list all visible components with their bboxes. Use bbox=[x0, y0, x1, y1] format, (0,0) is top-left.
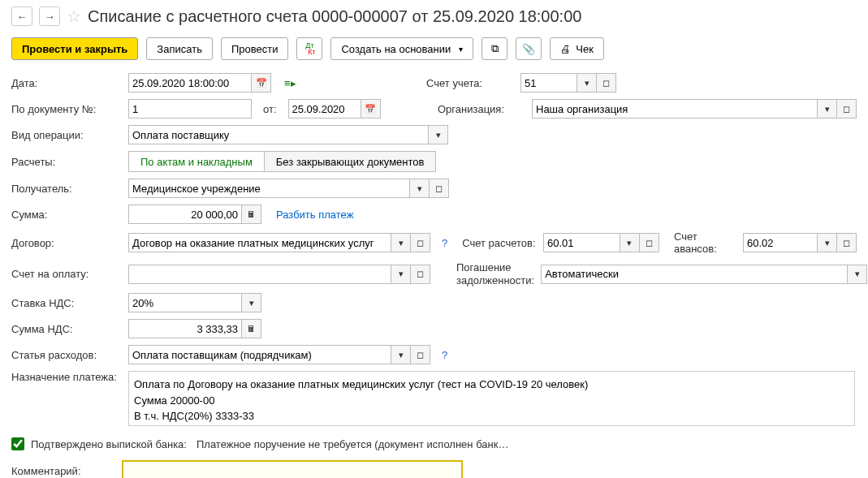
recipient-input[interactable] bbox=[128, 179, 410, 198]
printer-icon: 🖨 bbox=[560, 43, 571, 55]
org-open-button[interactable] bbox=[837, 99, 857, 118]
debt-label: Погашение задолженности: bbox=[456, 261, 534, 286]
vat-rate-input[interactable] bbox=[128, 293, 242, 312]
sum-input[interactable] bbox=[128, 205, 242, 224]
external-icon bbox=[435, 183, 443, 194]
back-button[interactable]: ← bbox=[11, 6, 32, 26]
contract-label: Договор: bbox=[11, 237, 122, 249]
chevron-down-icon bbox=[825, 238, 830, 248]
paperclip-icon: 📎 bbox=[522, 43, 535, 55]
confirmed-text: Платежное поручение не требуется (докуме… bbox=[196, 438, 508, 450]
invoice-dropdown-button[interactable] bbox=[391, 265, 411, 284]
org-input[interactable] bbox=[532, 99, 818, 118]
external-icon bbox=[646, 238, 653, 248]
confirmed-row: Подтверждено выпиской банка: Платежное п… bbox=[11, 437, 857, 450]
form: Дата: ≡▸ Счет учета: По документу №: от: bbox=[11, 73, 857, 426]
recipient-dropdown-button[interactable] bbox=[410, 179, 430, 198]
debt-input[interactable] bbox=[541, 265, 848, 284]
org-label: Организация: bbox=[438, 103, 527, 115]
chevron-down-icon bbox=[399, 350, 404, 360]
split-payment-link[interactable]: Разбить платеж bbox=[276, 209, 353, 221]
account-input[interactable] bbox=[520, 73, 577, 93]
chevron-down-icon bbox=[417, 183, 422, 194]
calendar-icon bbox=[365, 104, 376, 114]
date-label: Дата: bbox=[11, 77, 122, 89]
from-date-input[interactable] bbox=[288, 99, 361, 118]
chevron-down-icon bbox=[627, 238, 632, 248]
confirmed-checkbox[interactable] bbox=[11, 437, 24, 450]
chevron-down-icon bbox=[825, 104, 830, 114]
settlement-acc-dropdown-button[interactable] bbox=[620, 233, 640, 252]
comment-input[interactable] bbox=[122, 460, 463, 478]
docnum-label: По документу №: bbox=[11, 103, 122, 115]
date-calendar-button[interactable] bbox=[252, 73, 271, 93]
contract-help-icon[interactable]: ? bbox=[442, 237, 447, 249]
chevron-down-icon bbox=[585, 78, 589, 88]
date-input[interactable] bbox=[128, 73, 252, 93]
check-button[interactable]: 🖨Чек bbox=[550, 37, 604, 60]
contract-dropdown-button[interactable] bbox=[391, 233, 411, 252]
invoice-input[interactable] bbox=[128, 265, 391, 284]
post-and-close-button[interactable]: Провести и закрыть bbox=[11, 37, 138, 60]
forward-button[interactable]: → bbox=[39, 6, 60, 26]
expense-help-icon[interactable]: ? bbox=[442, 349, 447, 361]
attach-button[interactable]: 📎 bbox=[516, 37, 542, 60]
tab-by-acts[interactable]: По актам и накладным bbox=[128, 151, 264, 172]
from-label: от: bbox=[263, 103, 277, 115]
chevron-down-icon bbox=[436, 130, 441, 140]
settlement-acc-label: Счет расчетов: bbox=[462, 237, 537, 249]
advance-acc-label: Счет авансов: bbox=[674, 230, 732, 255]
comment-row: Комментарий: bbox=[11, 460, 857, 478]
optype-input[interactable] bbox=[128, 125, 429, 144]
create-based-on-button[interactable]: Создать на основании bbox=[330, 37, 473, 60]
date-settings-icon[interactable]: ≡▸ bbox=[284, 77, 296, 89]
comment-label: Комментарий: bbox=[11, 465, 115, 477]
dt-kt-button[interactable]: Дт Кт bbox=[296, 37, 322, 60]
org-dropdown-button[interactable] bbox=[818, 99, 837, 118]
vat-sum-label: Сумма НДС: bbox=[11, 323, 122, 335]
optype-label: Вид операции: bbox=[11, 129, 122, 141]
vat-rate-dropdown-button[interactable] bbox=[242, 293, 261, 312]
vat-rate-label: Ставка НДС: bbox=[11, 297, 122, 309]
tab-no-docs[interactable]: Без закрывающих документов bbox=[264, 151, 437, 172]
contract-input[interactable] bbox=[128, 233, 391, 252]
page-title: Списание с расчетного счета 0000-000007 … bbox=[88, 7, 581, 26]
chevron-down-icon bbox=[399, 269, 404, 279]
structure-button[interactable]: ⧉ bbox=[482, 37, 507, 60]
calc-label: Расчеты: bbox=[11, 156, 122, 168]
expense-open-button[interactable] bbox=[411, 345, 430, 364]
account-open-button[interactable] bbox=[597, 73, 616, 93]
advance-acc-input[interactable] bbox=[743, 233, 818, 252]
debt-dropdown-button[interactable] bbox=[848, 265, 867, 284]
contract-open-button[interactable] bbox=[411, 233, 430, 252]
sum-label: Сумма: bbox=[11, 209, 122, 221]
account-dropdown-button[interactable] bbox=[577, 73, 597, 93]
vat-sum-input[interactable] bbox=[128, 319, 242, 338]
purpose-textarea[interactable] bbox=[128, 371, 855, 426]
calculator-icon bbox=[247, 324, 256, 334]
advance-acc-dropdown-button[interactable] bbox=[818, 233, 837, 252]
external-icon bbox=[843, 104, 850, 114]
external-icon bbox=[417, 238, 424, 248]
advance-acc-open-button[interactable] bbox=[837, 233, 857, 252]
write-button[interactable]: Записать bbox=[146, 37, 213, 60]
recipient-open-button[interactable] bbox=[430, 179, 449, 198]
purpose-label: Назначение платежа: bbox=[11, 371, 122, 385]
header-bar: ← → ☆ Списание с расчетного счета 0000-0… bbox=[11, 6, 857, 26]
chevron-down-icon bbox=[249, 298, 254, 308]
vat-sum-calc-button[interactable] bbox=[242, 319, 261, 338]
settlement-acc-input[interactable] bbox=[543, 233, 620, 252]
invoice-label: Счет на оплату: bbox=[11, 268, 122, 280]
post-button[interactable]: Провести bbox=[221, 37, 289, 60]
sum-calc-button[interactable] bbox=[242, 205, 261, 224]
expense-input[interactable] bbox=[128, 345, 391, 364]
optype-dropdown-button[interactable] bbox=[429, 125, 448, 144]
from-date-calendar-button[interactable] bbox=[361, 99, 381, 118]
docnum-input[interactable] bbox=[128, 99, 252, 118]
calculator-icon bbox=[247, 209, 256, 219]
expense-dropdown-button[interactable] bbox=[391, 345, 411, 364]
expense-label: Статья расходов: bbox=[11, 349, 122, 361]
favorite-star-icon[interactable]: ☆ bbox=[67, 6, 81, 26]
invoice-open-button[interactable] bbox=[411, 265, 430, 284]
settlement-acc-open-button[interactable] bbox=[640, 233, 659, 252]
